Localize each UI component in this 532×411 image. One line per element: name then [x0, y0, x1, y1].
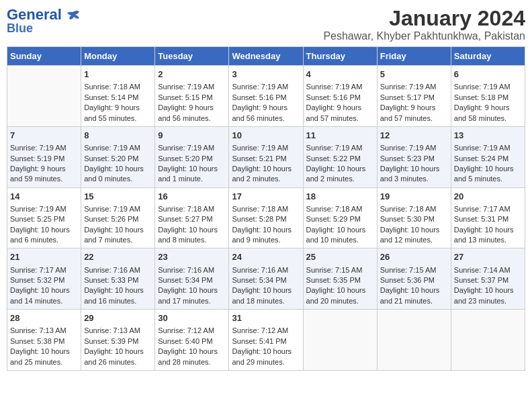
day-info-line: Sunset: 5:19 PM: [10, 154, 78, 164]
day-info-line: Sunrise: 7:16 AM: [232, 265, 300, 275]
calendar-day-cell: [7, 66, 81, 127]
calendar-day-cell: 16Sunrise: 7:18 AMSunset: 5:27 PMDayligh…: [155, 187, 229, 248]
weekday-header-saturday: Saturday: [451, 47, 525, 66]
day-number: 15: [84, 191, 152, 203]
day-number: 14: [10, 191, 78, 203]
day-number: 30: [158, 312, 226, 324]
day-info-line: Sunset: 5:20 PM: [84, 154, 152, 164]
day-info-line: Sunset: 5:30 PM: [380, 214, 448, 224]
day-info-line: Sunrise: 7:19 AM: [232, 143, 300, 153]
day-info-line: Sunset: 5:28 PM: [232, 214, 300, 224]
day-info-line: Sunset: 5:34 PM: [158, 275, 226, 285]
day-info-line: Sunrise: 7:13 AM: [10, 326, 78, 336]
calendar-day-cell: 1Sunrise: 7:18 AMSunset: 5:14 PMDaylight…: [81, 66, 155, 127]
calendar-day-cell: 4Sunrise: 7:19 AMSunset: 5:16 PMDaylight…: [303, 66, 377, 127]
day-info-line: Sunset: 5:25 PM: [10, 214, 78, 224]
day-number: 28: [10, 312, 78, 324]
day-info-line: and 57 minutes.: [306, 113, 374, 124]
calendar-week-row: 14Sunrise: 7:19 AMSunset: 5:25 PMDayligh…: [7, 187, 525, 248]
day-number: 17: [232, 191, 300, 203]
calendar-day-cell: 23Sunrise: 7:16 AMSunset: 5:34 PMDayligh…: [155, 248, 229, 310]
day-info-line: Sunrise: 7:12 AM: [158, 326, 226, 336]
calendar-day-cell: 18Sunrise: 7:18 AMSunset: 5:29 PMDayligh…: [303, 187, 377, 248]
day-info-line: Daylight: 10 hours: [84, 225, 152, 235]
calendar-day-cell: [451, 310, 525, 371]
day-info-line: and 59 minutes.: [10, 174, 78, 184]
day-info-line: Sunset: 5:24 PM: [454, 154, 522, 164]
day-info-line: and 56 minutes.: [158, 113, 226, 124]
day-info-line: and 25 minutes.: [10, 357, 78, 367]
day-number: 7: [10, 130, 78, 142]
calendar-day-cell: 20Sunrise: 7:17 AMSunset: 5:31 PMDayligh…: [451, 187, 525, 248]
day-info-line: Daylight: 10 hours: [454, 225, 522, 235]
day-info-line: Sunrise: 7:18 AM: [232, 204, 300, 214]
day-info-line: and 16 minutes.: [84, 296, 152, 306]
day-info-line: Sunrise: 7:13 AM: [84, 326, 152, 336]
calendar-day-cell: 29Sunrise: 7:13 AMSunset: 5:39 PMDayligh…: [81, 310, 155, 371]
day-info-line: Sunrise: 7:19 AM: [232, 82, 300, 92]
calendar-week-row: 28Sunrise: 7:13 AMSunset: 5:38 PMDayligh…: [7, 310, 525, 371]
page-header: General Blue January 2024 Peshawar, Khyb…: [7, 7, 525, 42]
day-info-line: Sunrise: 7:19 AM: [158, 143, 226, 153]
day-info-line: Sunset: 5:35 PM: [306, 275, 374, 285]
day-info-line: and 2 minutes.: [306, 174, 374, 184]
calendar-day-cell: 14Sunrise: 7:19 AMSunset: 5:25 PMDayligh…: [7, 187, 81, 248]
day-number: 12: [380, 130, 448, 142]
day-info-line: Daylight: 9 hours: [380, 103, 448, 113]
day-info-line: Daylight: 10 hours: [454, 164, 522, 174]
day-info-line: Daylight: 10 hours: [380, 225, 448, 235]
day-info-line: Sunrise: 7:16 AM: [158, 265, 226, 275]
day-info-line: and 23 minutes.: [454, 296, 522, 306]
calendar-day-cell: 11Sunrise: 7:19 AMSunset: 5:22 PMDayligh…: [303, 126, 377, 187]
day-info-line: Daylight: 10 hours: [232, 347, 300, 357]
page-title: January 2024: [323, 7, 525, 30]
day-info-line: and 55 minutes.: [84, 113, 152, 124]
day-info-line: Daylight: 10 hours: [158, 225, 226, 235]
calendar-day-cell: 31Sunrise: 7:12 AMSunset: 5:41 PMDayligh…: [229, 310, 303, 371]
day-number: 4: [306, 68, 374, 81]
day-number: 19: [380, 191, 448, 203]
calendar-day-cell: [377, 310, 451, 371]
day-info-line: Sunrise: 7:19 AM: [84, 143, 152, 153]
day-info-line: Sunrise: 7:17 AM: [10, 265, 78, 275]
day-info-line: Daylight: 10 hours: [380, 164, 448, 174]
day-number: 11: [306, 130, 374, 142]
calendar-day-cell: 19Sunrise: 7:18 AMSunset: 5:30 PMDayligh…: [377, 187, 451, 248]
page-subtitle: Peshawar, Khyber Pakhtunkhwa, Pakistan: [323, 30, 525, 42]
weekday-header-sunday: Sunday: [7, 47, 81, 66]
day-info-line: Daylight: 10 hours: [10, 285, 78, 295]
day-number: 10: [232, 130, 300, 142]
calendar-day-cell: 6Sunrise: 7:19 AMSunset: 5:18 PMDaylight…: [451, 66, 525, 127]
weekday-header-monday: Monday: [81, 47, 155, 66]
day-info-line: and 58 minutes.: [454, 113, 522, 124]
calendar-day-cell: 22Sunrise: 7:16 AMSunset: 5:33 PMDayligh…: [81, 248, 155, 310]
day-info-line: and 1 minute.: [158, 174, 226, 184]
day-number: 18: [306, 191, 374, 203]
calendar-day-cell: [303, 310, 377, 371]
day-info-line: Daylight: 10 hours: [158, 164, 226, 174]
day-info-line: Daylight: 9 hours: [158, 103, 226, 113]
calendar-week-row: 1Sunrise: 7:18 AMSunset: 5:14 PMDaylight…: [7, 66, 525, 127]
day-info-line: Daylight: 10 hours: [380, 285, 448, 295]
logo-blue-text: Blue: [7, 21, 33, 36]
day-info-line: Daylight: 10 hours: [84, 347, 152, 357]
day-info-line: Sunrise: 7:12 AM: [232, 326, 300, 336]
day-info-line: Sunrise: 7:19 AM: [454, 143, 522, 153]
logo: General Blue: [7, 7, 81, 36]
day-info-line: Daylight: 10 hours: [158, 285, 226, 295]
day-number: 6: [454, 68, 522, 81]
calendar-day-cell: 17Sunrise: 7:18 AMSunset: 5:28 PMDayligh…: [229, 187, 303, 248]
day-number: 22: [84, 251, 152, 263]
title-block: January 2024 Peshawar, Khyber Pakhtunkhw…: [323, 7, 525, 42]
day-info-line: and 0 minutes.: [84, 174, 152, 184]
day-info-line: and 17 minutes.: [158, 296, 226, 306]
calendar-day-cell: 27Sunrise: 7:14 AMSunset: 5:37 PMDayligh…: [451, 248, 525, 310]
day-info-line: Daylight: 9 hours: [454, 103, 522, 113]
day-info-line: Daylight: 9 hours: [306, 103, 374, 113]
calendar-day-cell: 5Sunrise: 7:19 AMSunset: 5:17 PMDaylight…: [377, 66, 451, 127]
day-info-line: and 18 minutes.: [232, 296, 300, 306]
day-info-line: Sunset: 5:26 PM: [84, 214, 152, 224]
calendar-day-cell: 7Sunrise: 7:19 AMSunset: 5:19 PMDaylight…: [7, 126, 81, 187]
day-info-line: Sunset: 5:38 PM: [10, 336, 78, 347]
calendar-day-cell: 15Sunrise: 7:19 AMSunset: 5:26 PMDayligh…: [81, 187, 155, 248]
